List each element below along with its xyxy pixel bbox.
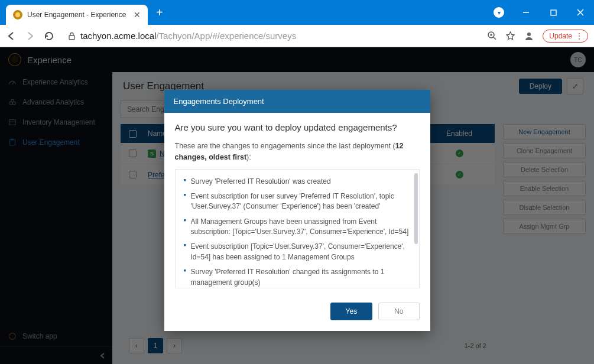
back-button[interactable] — [6, 31, 17, 41]
update-label: Update — [549, 32, 572, 40]
svg-rect-4 — [69, 35, 74, 40]
browser-tab[interactable]: User Engagement - Experience ✕ — [6, 5, 148, 25]
modal-overlay: Engagements Deployment Are you sure you … — [0, 47, 594, 364]
kebab-icon: ⋮ — [576, 32, 582, 40]
address-bar: tachyon.acme.local/Tachyon/App/#/experie… — [0, 25, 594, 47]
close-tab-icon[interactable]: ✕ — [134, 10, 141, 20]
svg-rect-1 — [551, 10, 556, 15]
modal-question: Are you sure you want to deploy updated … — [175, 122, 420, 132]
bookmark-icon[interactable] — [505, 31, 515, 41]
modal-intro: These are the changes to engagements sin… — [175, 141, 420, 163]
profile-icon[interactable] — [524, 31, 534, 41]
change-item: All Management Groups have been unassign… — [184, 214, 410, 240]
no-button[interactable]: No — [378, 303, 419, 320]
scrollbar[interactable] — [414, 173, 418, 244]
change-item: Event subscription for user survey 'Pref… — [184, 189, 410, 214]
main-content: User Engagement Deploy ⤢ Name Enabled SN… — [112, 72, 594, 364]
change-item: Survey 'Preferred IT Resolution' changed… — [184, 265, 410, 287]
tab-title: User Engagement - Experience — [27, 11, 129, 19]
yes-button[interactable]: Yes — [330, 303, 373, 320]
favicon-icon — [13, 10, 22, 20]
change-item: Event subscription [Topic='User.Survey.3… — [184, 239, 410, 265]
account-indicator-icon[interactable]: ▾ — [485, 0, 512, 25]
svg-point-9 — [527, 32, 531, 36]
zoom-icon[interactable] — [487, 31, 497, 41]
update-button[interactable]: Update⋮ — [543, 30, 588, 43]
maximize-button[interactable] — [540, 0, 567, 25]
change-item: Survey 'Preferred IT Resolution' was cre… — [184, 174, 410, 189]
window-titlebar: User Engagement - Experience ✕ + ▾ — [0, 0, 594, 25]
forward-button[interactable] — [25, 31, 35, 41]
new-tab-button[interactable]: + — [148, 6, 171, 20]
minimize-button[interactable] — [512, 0, 540, 25]
reload-button[interactable] — [44, 31, 54, 41]
url-text: tachyon.acme.local/Tachyon/App/#/experie… — [80, 31, 296, 41]
svg-line-6 — [494, 37, 496, 40]
deploy-modal: Engagements Deployment Are you sure you … — [164, 90, 430, 331]
url-box[interactable]: tachyon.acme.local/Tachyon/App/#/experie… — [62, 28, 479, 43]
lock-icon — [68, 32, 76, 40]
close-window-button[interactable] — [567, 0, 594, 25]
changes-list: Survey 'Preferred IT Resolution' was cre… — [175, 169, 420, 288]
modal-title: Engagements Deployment — [164, 90, 430, 113]
